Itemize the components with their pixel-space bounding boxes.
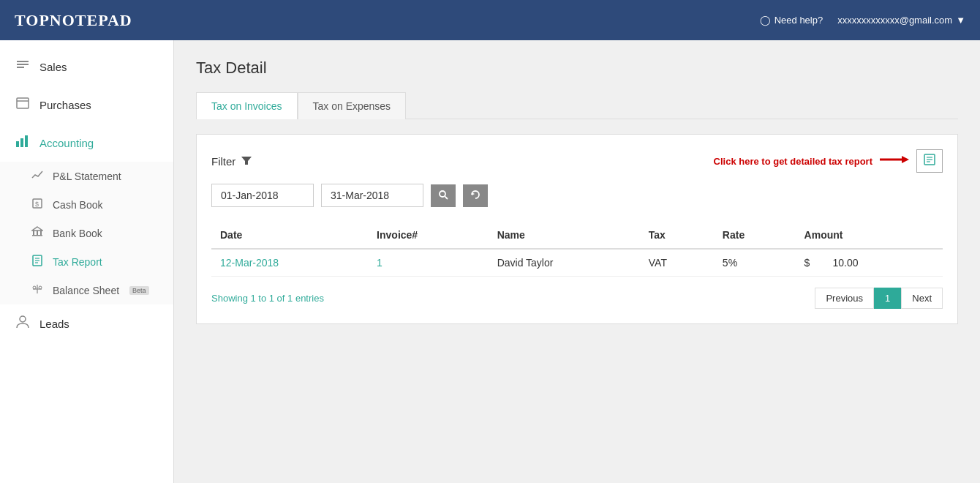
- search-button[interactable]: [431, 184, 456, 207]
- page-1-button[interactable]: 1: [874, 288, 901, 309]
- svg-rect-14: [32, 235, 42, 236]
- pl-icon: [31, 169, 44, 183]
- tabs: Tax on Invoices Tax on Expenses: [196, 92, 958, 119]
- svg-point-22: [39, 286, 42, 289]
- svg-rect-5: [16, 141, 19, 147]
- tab-tax-expenses[interactable]: Tax on Expenses: [298, 92, 407, 119]
- col-invoice: Invoice#: [368, 222, 489, 249]
- svg-line-32: [445, 196, 448, 199]
- cash-book-icon: $: [31, 198, 44, 211]
- tab-tax-invoices[interactable]: Tax on Invoices: [196, 92, 298, 119]
- next-button[interactable]: Next: [901, 288, 943, 309]
- sidebar-item-purchases[interactable]: Purchases: [0, 86, 173, 124]
- reset-icon: [470, 190, 480, 202]
- cell-rate: 5%: [714, 249, 796, 277]
- svg-rect-2: [17, 67, 24, 68]
- purchases-icon: [15, 96, 31, 113]
- sidebar-item-pl-statement[interactable]: P&L Statement: [0, 162, 173, 190]
- search-icon: [438, 190, 448, 202]
- sidebar-item-bank-book[interactable]: Bank Book: [0, 219, 173, 247]
- svg-point-23: [20, 316, 26, 322]
- chevron-down-icon: ▼: [956, 15, 965, 26]
- export-area: Click here to get detailed tax report: [714, 149, 943, 173]
- export-arrow-icon: [880, 152, 909, 171]
- beta-badge: Beta: [129, 286, 149, 295]
- filter-section: Filter Click here to get detailed tax re…: [196, 134, 958, 324]
- layout: Sales Purchases Accounting: [0, 40, 980, 483]
- cell-amount: $ 10.00: [796, 249, 943, 277]
- accounting-icon: [15, 134, 31, 151]
- filter-inputs: [211, 184, 943, 207]
- sidebar-item-accounting[interactable]: Accounting: [0, 124, 173, 162]
- reset-button[interactable]: [463, 184, 488, 207]
- tax-report-icon: [31, 255, 44, 269]
- balance-sheet-icon: [31, 283, 44, 297]
- filter-icon: [241, 155, 252, 168]
- page-title: Tax Detail: [196, 59, 958, 78]
- showing-text: Showing 1 to 1 of 1 entries: [211, 293, 324, 304]
- cell-date[interactable]: 12-Mar-2018: [211, 249, 368, 277]
- leads-icon: [15, 315, 31, 332]
- svg-rect-0: [17, 61, 29, 62]
- col-tax: Tax: [640, 222, 714, 249]
- export-report-button[interactable]: [916, 149, 943, 173]
- header: TopNotepad ◯ Need help? xxxxxxxxxxxxx@gm…: [0, 0, 980, 40]
- date-to-input[interactable]: [321, 184, 423, 207]
- svg-rect-12: [37, 231, 38, 235]
- svg-point-31: [440, 191, 445, 197]
- col-date: Date: [211, 222, 368, 249]
- svg-rect-13: [40, 231, 42, 235]
- cell-tax: VAT: [640, 249, 714, 277]
- cell-invoice[interactable]: 1: [368, 249, 489, 277]
- sidebar-item-label: Purchases: [39, 99, 91, 111]
- tax-table: Date Invoice# Name Tax Rate Amount 12-Ma…: [211, 222, 943, 277]
- header-right: ◯ Need help? xxxxxxxxxxxxx@gmail.com ▼: [760, 15, 965, 26]
- svg-rect-6: [20, 138, 23, 147]
- sidebar-item-sales[interactable]: Sales: [0, 48, 173, 86]
- sidebar-item-label: Accounting: [39, 137, 94, 149]
- filter-title: Filter: [211, 155, 252, 168]
- bank-book-icon: [31, 226, 44, 240]
- sidebar-item-label: Leads: [39, 318, 69, 330]
- previous-button[interactable]: Previous: [815, 288, 874, 309]
- svg-marker-10: [32, 227, 42, 231]
- main-content: Tax Detail Tax on Invoices Tax on Expens…: [174, 40, 980, 483]
- svg-point-21: [33, 286, 36, 289]
- svg-rect-1: [17, 64, 29, 65]
- table-row: 12-Mar-2018 1 David Taylor VAT 5% $ 10.0…: [211, 249, 943, 277]
- pagination-area: Showing 1 to 1 of 1 entries Previous 1 N…: [211, 288, 943, 309]
- svg-marker-26: [902, 156, 909, 163]
- sidebar-item-leads[interactable]: Leads: [0, 304, 173, 342]
- col-name: Name: [489, 222, 640, 249]
- sidebar-item-cash-book[interactable]: $ Cash Book: [0, 190, 173, 219]
- sales-icon: [15, 58, 31, 75]
- accounting-submenu: P&L Statement $ Cash Book: [0, 162, 173, 304]
- user-email-dropdown[interactable]: xxxxxxxxxxxxx@gmail.com ▼: [837, 15, 965, 26]
- sidebar: Sales Purchases Accounting: [0, 40, 174, 483]
- date-from-input[interactable]: [211, 184, 314, 207]
- svg-rect-7: [25, 135, 28, 147]
- svg-rect-11: [33, 231, 34, 235]
- pagination-controls: Previous 1 Next: [815, 288, 943, 309]
- app-logo: TopNotepad: [15, 11, 132, 30]
- filter-header: Filter Click here to get detailed tax re…: [211, 149, 943, 173]
- cell-name: David Taylor: [489, 249, 640, 277]
- svg-marker-33: [472, 192, 475, 195]
- sidebar-item-tax-report[interactable]: Tax Report: [0, 247, 173, 276]
- svg-marker-24: [241, 157, 252, 165]
- help-icon: ◯: [760, 15, 771, 26]
- need-help-button[interactable]: ◯ Need help?: [760, 15, 823, 26]
- col-amount: Amount: [796, 222, 943, 249]
- svg-rect-3: [17, 98, 29, 108]
- sidebar-item-balance-sheet[interactable]: Balance Sheet Beta: [0, 276, 173, 304]
- sidebar-item-label: Sales: [39, 61, 67, 73]
- svg-text:$: $: [35, 201, 39, 208]
- col-rate: Rate: [714, 222, 796, 249]
- export-hint-text: Click here to get detailed tax report: [714, 156, 872, 167]
